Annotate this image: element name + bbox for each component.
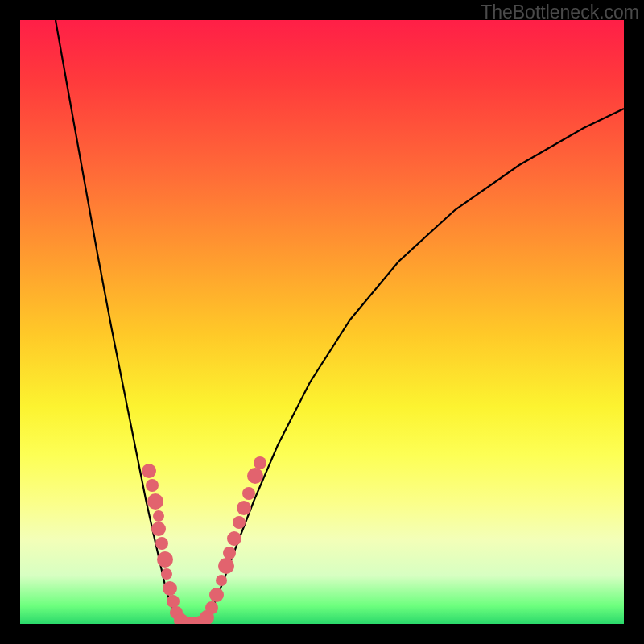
curve-marker — [223, 547, 236, 559]
curve-marker — [157, 551, 173, 568]
chart-plot-area — [20, 20, 624, 624]
curve-marker — [209, 588, 224, 602]
curve-marker — [237, 501, 251, 515]
curve-marker — [205, 601, 218, 614]
curve-marker — [146, 479, 159, 492]
curve-marker — [247, 468, 263, 484]
curve-marker — [155, 537, 168, 550]
curve-marker — [147, 493, 163, 510]
curve-marker — [167, 595, 180, 608]
chart-frame: TheBottleneck.com — [0, 0, 644, 644]
curve-marker — [153, 510, 164, 522]
curve-marker — [254, 456, 266, 469]
curve-marker — [163, 581, 177, 596]
curve-marker — [242, 487, 255, 500]
curve-marker — [151, 522, 166, 536]
curve-marker — [227, 531, 242, 546]
curve-marker — [216, 575, 227, 586]
curve-marker — [161, 568, 172, 580]
curve-markers — [142, 456, 266, 624]
curve-right — [205, 109, 624, 620]
curve-marker — [218, 558, 234, 574]
curve-marker — [233, 516, 246, 529]
chart-svg — [20, 20, 624, 624]
curve-marker — [142, 464, 156, 478]
